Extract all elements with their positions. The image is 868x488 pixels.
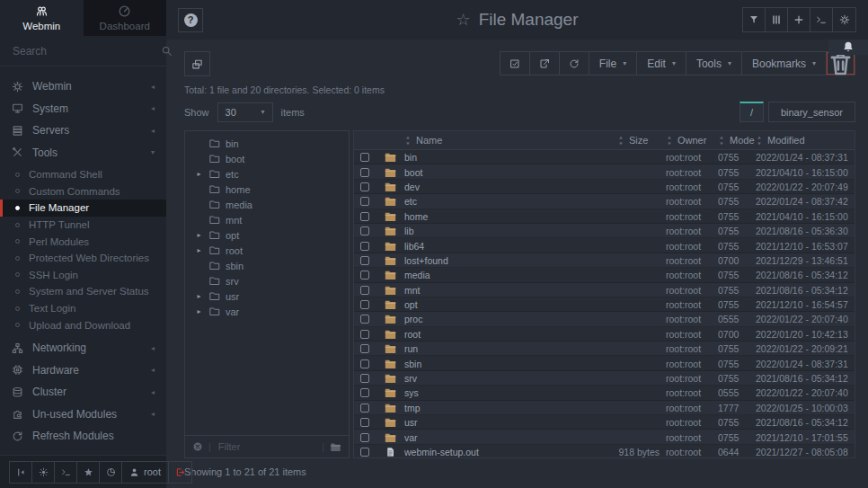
sidebar-category-tools[interactable]: Tools: [0, 142, 166, 164]
row-checkbox[interactable]: [360, 344, 369, 353]
sidebar-item[interactable]: Custom Commands: [0, 183, 166, 200]
file-name[interactable]: lib: [404, 226, 612, 236]
row-checkbox[interactable]: [360, 374, 369, 383]
row-checkbox[interactable]: [360, 271, 369, 279]
header-action-button[interactable]: [766, 8, 788, 31]
table-row[interactable]: sys root:root 0555 2022/01/22 - 20:07:40: [354, 386, 855, 400]
table-row[interactable]: var root:root 0755 2021/12/10 - 17:01:55: [354, 430, 855, 444]
tree-filter-input[interactable]: [217, 440, 316, 453]
expand-arrow-icon[interactable]: [194, 292, 204, 300]
breadcrumb-root[interactable]: /: [740, 102, 764, 122]
row-checkbox[interactable]: [360, 404, 369, 413]
table-row[interactable]: sbin root:root 0755 2022/01/24 - 08:37:3…: [354, 356, 855, 370]
row-checkbox[interactable]: [360, 300, 369, 309]
sidebar-item[interactable]: File Manager: [0, 200, 166, 217]
row-checkbox[interactable]: [360, 448, 369, 457]
tools-menu-button[interactable]: Tools▾: [686, 52, 742, 75]
row-checkbox[interactable]: [360, 388, 369, 397]
favorites-button[interactable]: [77, 462, 100, 483]
trash-button[interactable]: [827, 52, 855, 75]
tab-dashboard[interactable]: Dashboard: [84, 0, 167, 36]
file-name[interactable]: sbin: [404, 359, 612, 369]
star-outline-icon[interactable]: ☆: [456, 10, 470, 30]
file-name[interactable]: srv: [404, 373, 612, 384]
file-menu-button[interactable]: File▾: [589, 52, 637, 75]
expand-arrow-icon[interactable]: [194, 231, 204, 239]
table-row[interactable]: boot root:root 0755 2021/04/10 - 16:15:0…: [354, 164, 855, 179]
file-name[interactable]: run: [404, 343, 612, 354]
usage-button[interactable]: [100, 462, 122, 483]
tree-node[interactable]: sbin: [185, 258, 349, 273]
sidebar-item[interactable]: System and Server Status: [0, 283, 166, 300]
notifications-tab[interactable]: [828, 40, 868, 55]
help-button[interactable]: ?: [178, 8, 203, 32]
sort-icon[interactable]: [617, 136, 624, 146]
current-user-button[interactable]: root: [122, 462, 169, 483]
row-checkbox[interactable]: [360, 197, 369, 206]
expand-arrow-icon[interactable]: [194, 307, 204, 315]
table-row[interactable]: srv root:root 0755 2021/08/16 - 05:34:12: [354, 371, 855, 386]
sidebar-item[interactable]: Upload and Download: [0, 316, 166, 333]
page-size-select[interactable]: 30 ▾: [217, 102, 273, 122]
column-header-owner[interactable]: Owner: [666, 135, 718, 146]
file-name[interactable]: proc: [404, 314, 612, 324]
column-header-name[interactable]: Name: [404, 135, 612, 146]
sidebar-category[interactable]: Servers: [0, 120, 166, 142]
theme-toggle-button[interactable]: [32, 462, 55, 483]
expand-arrow-icon[interactable]: [194, 246, 204, 254]
file-name[interactable]: usr: [404, 417, 612, 428]
tree-node[interactable]: boot: [185, 151, 349, 166]
breadcrumb-segment[interactable]: binary_sensor: [768, 102, 855, 122]
row-checkbox[interactable]: [360, 182, 369, 191]
sidebar-item[interactable]: Text Login: [0, 300, 166, 317]
search-icon[interactable]: [161, 45, 173, 57]
table-row[interactable]: proc root:root 0555 2022/01/22 - 20:07:4…: [354, 312, 855, 326]
file-name[interactable]: tmp: [404, 403, 612, 413]
file-name[interactable]: dev: [404, 182, 612, 192]
table-row[interactable]: lib root:root 0755 2021/08/16 - 05:36:30: [354, 224, 855, 238]
sort-icon[interactable]: [666, 136, 673, 146]
table-row[interactable]: opt root:root 0755 2021/12/10 - 16:54:57: [354, 297, 855, 312]
logout-button[interactable]: [169, 462, 191, 483]
file-name[interactable]: mnt: [404, 285, 612, 296]
row-checkbox[interactable]: [360, 256, 369, 265]
column-header-modified[interactable]: Modified: [754, 135, 855, 146]
row-checkbox[interactable]: [360, 330, 369, 339]
file-name[interactable]: lib64: [404, 241, 612, 252]
bookmarks-menu-button[interactable]: Bookmarks▾: [742, 52, 827, 75]
row-checkbox[interactable]: [360, 226, 369, 235]
sidebar-category[interactable]: Cluster: [0, 381, 166, 404]
row-checkbox[interactable]: [360, 433, 369, 442]
row-checkbox[interactable]: [360, 168, 369, 177]
collapse-sidebar-button[interactable]: [10, 462, 32, 483]
sidebar-item[interactable]: Perl Modules: [0, 233, 166, 250]
file-name[interactable]: sys: [404, 387, 612, 398]
column-header-mode[interactable]: Mode: [718, 135, 754, 146]
sidebar-category[interactable]: Networking: [0, 337, 166, 359]
row-checkbox[interactable]: [360, 153, 369, 162]
header-action-button[interactable]: [743, 8, 766, 31]
folder-icon[interactable]: [330, 442, 341, 452]
tab-webmin[interactable]: Webmin: [0, 0, 84, 36]
table-row[interactable]: etc root:root 0755 2022/01/24 - 08:37:42: [354, 194, 855, 209]
table-row[interactable]: media root:root 0755 2021/08/16 - 05:34:…: [354, 268, 855, 282]
clear-filter-icon[interactable]: [192, 441, 203, 452]
sidebar-category[interactable]: System: [0, 98, 166, 120]
table-row[interactable]: lib64 root:root 0755 2021/12/10 - 16:53:…: [354, 238, 855, 253]
table-row[interactable]: bin root:root 0755 2022/01/24 - 08:37:31: [354, 150, 855, 164]
table-row[interactable]: root root:root 0700 2022/01/20 - 10:42:1…: [354, 327, 855, 342]
file-name[interactable]: lost+found: [404, 255, 612, 266]
tree-node[interactable]: etc: [185, 166, 349, 182]
tree-node[interactable]: srv: [185, 273, 349, 288]
column-header-size[interactable]: Size: [612, 135, 666, 146]
row-checkbox[interactable]: [360, 315, 369, 324]
table-row[interactable]: run root:root 0755 2022/01/22 - 20:09:21: [354, 342, 855, 356]
table-row[interactable]: usr root:root 0755 2021/08/16 - 05:34:12: [354, 415, 855, 430]
table-row[interactable]: tmp root:root 1777 2022/01/25 - 10:00:03: [354, 401, 855, 415]
tree-node[interactable]: home: [185, 182, 349, 197]
header-action-button[interactable]: [833, 8, 855, 31]
row-checkbox[interactable]: [360, 242, 369, 251]
tree-node[interactable]: var: [185, 304, 349, 319]
file-name[interactable]: home: [404, 211, 612, 222]
sort-icon[interactable]: [718, 136, 725, 146]
